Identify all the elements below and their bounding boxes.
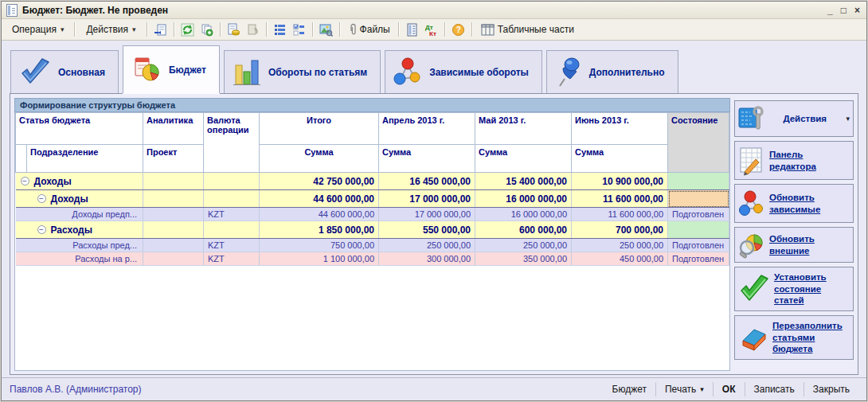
cell-state[interactable]: Подготовлен bbox=[668, 208, 729, 221]
cell-may[interactable]: 600 000,00 bbox=[475, 221, 572, 239]
cell-june[interactable]: 250 000,00 bbox=[572, 239, 668, 252]
cell-state[interactable] bbox=[668, 173, 729, 190]
cell-april[interactable]: 17 000 000,00 bbox=[379, 190, 475, 208]
cell-article[interactable]: −Доходы bbox=[16, 190, 143, 208]
cell-may[interactable]: 15 400 000,00 bbox=[475, 173, 572, 190]
cell-state[interactable]: Подготовлен bbox=[668, 252, 729, 266]
cell-april[interactable]: 550 000,00 bbox=[379, 221, 475, 239]
toolbar: Операция ▾ Действия ▾ bbox=[2, 19, 866, 41]
table-row[interactable]: Расходы на р...KZT1 100 000,00300 000,00… bbox=[16, 252, 729, 266]
editor-panel-button[interactable]: Панель редактора bbox=[734, 141, 854, 180]
maximize-button[interactable]: □ bbox=[841, 5, 846, 16]
cell-june[interactable]: 10 900 000,00 bbox=[572, 173, 668, 190]
cell-total[interactable]: 42 750 000,00 bbox=[260, 173, 379, 190]
table-row[interactable]: Расходы пред...KZT750 000,00250 000,0025… bbox=[16, 239, 729, 252]
set-state-button[interactable]: Установить состояние статей bbox=[734, 267, 854, 311]
cell-article[interactable]: Доходы предп... bbox=[16, 208, 143, 221]
cell-total[interactable]: 44 600 000,00 bbox=[260, 208, 379, 221]
cell-june[interactable]: 700 000,00 bbox=[572, 221, 668, 239]
tab-oboroty-po-statyam[interactable]: Обороты по статьям bbox=[224, 50, 381, 93]
refill-button[interactable]: Перезаполнить статьями бюджета bbox=[734, 315, 854, 360]
files-button[interactable]: Файлы bbox=[345, 21, 394, 38]
cell-state[interactable] bbox=[668, 221, 729, 239]
cell-project[interactable] bbox=[143, 252, 204, 266]
cell-april[interactable]: 17 000 000,00 bbox=[379, 208, 475, 221]
cell-currency[interactable] bbox=[204, 190, 260, 208]
save-button[interactable]: Записать bbox=[745, 382, 803, 396]
cell-total[interactable]: 44 600 000,00 bbox=[260, 190, 379, 208]
tab-label: Основная bbox=[58, 67, 105, 78]
cell-currency[interactable] bbox=[204, 221, 260, 239]
cell-may[interactable]: 250 000,00 bbox=[475, 239, 572, 252]
cell-april[interactable]: 16 450 000,00 bbox=[379, 173, 475, 190]
cell-project[interactable] bbox=[143, 208, 204, 221]
cell-project[interactable] bbox=[143, 221, 204, 239]
actions-side-button[interactable]: Действия ▾ bbox=[734, 100, 854, 137]
structure-check-button[interactable] bbox=[291, 21, 308, 38]
structure-list-button[interactable] bbox=[272, 21, 289, 38]
cell-currency[interactable]: KZT bbox=[204, 208, 260, 221]
collapse-icon[interactable]: − bbox=[37, 225, 46, 234]
table-row[interactable]: Доходы предп...KZT44 600 000,0017 000 00… bbox=[16, 208, 729, 221]
collapse-icon[interactable]: − bbox=[21, 177, 29, 185]
ok-button[interactable]: ОК bbox=[713, 382, 745, 396]
cell-article[interactable]: Расходы пред... bbox=[16, 239, 143, 252]
cell-article[interactable]: −Доходы bbox=[16, 173, 143, 190]
collapse-icon[interactable]: − bbox=[37, 194, 46, 203]
cell-project[interactable] bbox=[143, 190, 204, 208]
cell-currency[interactable]: KZT bbox=[204, 252, 260, 266]
table-parts-button[interactable]: Табличные части bbox=[477, 21, 578, 38]
dt-kt-button[interactable]: Дт Кт bbox=[423, 21, 440, 38]
reread-button[interactable] bbox=[152, 21, 170, 38]
tab-zavisimye-oboroty[interactable]: Зависимые обороты bbox=[385, 50, 542, 93]
image-button[interactable] bbox=[318, 21, 335, 38]
tab-budget[interactable]: Бюджет bbox=[123, 45, 220, 93]
cell-project[interactable] bbox=[143, 239, 204, 252]
table-parts-label: Табличные части bbox=[498, 24, 574, 35]
refresh-button[interactable] bbox=[179, 21, 197, 38]
table-row[interactable]: −Доходы42 750 000,0016 450 000,0015 400 … bbox=[16, 173, 729, 190]
unpost-icon bbox=[246, 23, 260, 37]
cell-total[interactable]: 1 850 000,00 bbox=[260, 221, 379, 239]
cell-currency[interactable]: KZT bbox=[204, 239, 260, 252]
operation-menu[interactable]: Операция ▾ bbox=[6, 21, 70, 38]
table-row[interactable]: −Доходы44 600 000,0017 000 000,0016 000 … bbox=[16, 190, 729, 208]
refresh-dependent-button[interactable]: Обновить зависимые bbox=[734, 184, 854, 223]
unpost-button[interactable] bbox=[244, 21, 262, 38]
cell-state[interactable]: Подготовлен bbox=[668, 239, 729, 252]
cell-state[interactable] bbox=[668, 190, 729, 208]
minimize-button[interactable]: _ bbox=[827, 5, 833, 16]
column-header-currency: Валюта операции bbox=[204, 113, 260, 173]
cell-may[interactable]: 16 000 000,00 bbox=[475, 208, 572, 221]
cell-may[interactable]: 350 000,00 bbox=[475, 252, 572, 266]
cell-total[interactable]: 750 000,00 bbox=[260, 239, 379, 252]
cell-total[interactable]: 1 100 000,00 bbox=[260, 252, 379, 266]
tab-dopolnitelno[interactable]: Дополнительно bbox=[546, 50, 678, 93]
tab-osnovnaya[interactable]: Основная bbox=[10, 50, 119, 93]
separator bbox=[398, 22, 400, 37]
close-button[interactable]: × bbox=[854, 5, 860, 16]
budget-grid[interactable]: Статья бюджета Аналитика Валюта операции… bbox=[14, 112, 730, 371]
cell-june[interactable]: 450 000,00 bbox=[572, 252, 668, 266]
tab-strip: Основная Бюджет bbox=[10, 45, 858, 93]
refresh-external-button[interactable]: Обновить внешние bbox=[734, 227, 854, 263]
print-button[interactable]: Печать▾ bbox=[655, 382, 713, 396]
cell-article[interactable]: −Расходы bbox=[16, 221, 143, 239]
report-button[interactable] bbox=[404, 21, 421, 38]
budget-table: Статья бюджета Аналитика Валюта операции… bbox=[15, 112, 729, 266]
cell-april[interactable]: 250 000,00 bbox=[379, 239, 475, 252]
cell-article[interactable]: Расходы на р... bbox=[16, 252, 143, 266]
copy-button[interactable] bbox=[198, 21, 216, 38]
help-button[interactable]: ? bbox=[450, 21, 467, 38]
cell-june[interactable]: 11 600 000,00 bbox=[572, 190, 668, 208]
cell-project[interactable] bbox=[143, 173, 204, 190]
cell-june[interactable]: 11 600 000,00 bbox=[572, 208, 668, 221]
post-button[interactable] bbox=[225, 21, 243, 38]
actions-menu[interactable]: Действия ▾ bbox=[80, 21, 142, 38]
table-row[interactable]: −Расходы1 850 000,00550 000,00600 000,00… bbox=[16, 221, 729, 239]
cell-currency[interactable] bbox=[204, 173, 260, 190]
budget-footer-button[interactable]: Бюджет bbox=[604, 382, 655, 396]
close-form-button[interactable]: Закрыть bbox=[803, 382, 858, 396]
cell-may[interactable]: 16 000 000,00 bbox=[475, 190, 572, 208]
cell-april[interactable]: 300 000,00 bbox=[379, 252, 475, 266]
